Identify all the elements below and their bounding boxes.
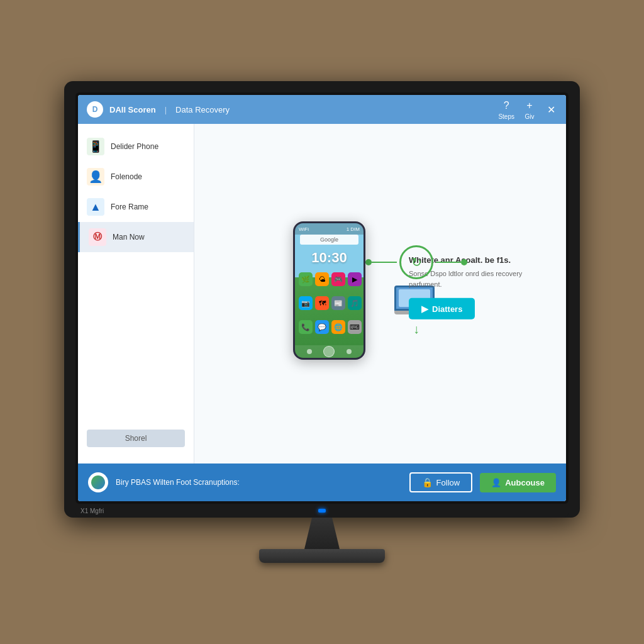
follow-button[interactable]: 🔒 Follow bbox=[409, 472, 473, 492]
phone-device: WiFi1 DIM Google 10:30 🌿 🌤 🎮 ▶ bbox=[293, 221, 365, 360]
phone-time-display: 10:30 bbox=[295, 245, 364, 269]
title-bar-actions: ? Steps + Giv ✕ bbox=[498, 99, 557, 120]
conn-arrow-circle: ↻ bbox=[399, 245, 433, 279]
monitor-label-text: X1 Mgfri bbox=[80, 508, 104, 514]
content-area: WiFi1 DIM Google 10:30 🌿 🌤 🎮 ▶ bbox=[194, 124, 566, 464]
conn-bottom-dot: ↓ bbox=[413, 322, 419, 336]
sidebar-icon-1: 👤 bbox=[87, 168, 104, 186]
main-content: 📱 Delider Phone 👤 Folenode bbox=[78, 124, 566, 464]
footer-bar: Biry PBAS Wilten Foot Scranuptions: 🔒 Fo… bbox=[78, 464, 566, 501]
conn-line-horiz-2 bbox=[436, 262, 461, 263]
conn-dot-right bbox=[461, 259, 467, 265]
footer-text: Biry PBAS Wilten Foot Scranuptions: bbox=[116, 478, 402, 487]
show-related-button[interactable]: Shorel bbox=[87, 430, 185, 447]
title-bar: D DAIl Scoren | Data Recovery ? Steps + … bbox=[78, 95, 566, 124]
help-button[interactable]: ? Steps bbox=[498, 99, 514, 120]
sidebar-item-man-now[interactable]: Ⓜ Man Now bbox=[78, 222, 194, 252]
sidebar-item-folenode[interactable]: 👤 Folenode bbox=[78, 162, 194, 192]
lock-icon: 🔒 bbox=[422, 477, 433, 487]
add-label: Giv bbox=[525, 113, 535, 120]
start-icon: ▶ bbox=[421, 304, 428, 314]
monitor-stand-base bbox=[259, 549, 385, 563]
title-separator: | bbox=[165, 105, 167, 114]
sidebar-icon-0: 📱 bbox=[87, 138, 104, 155]
monitor-bottom-bar: X1 Mgfri bbox=[75, 504, 569, 518]
app-window: D DAIl Scoren | Data Recovery ? Steps + … bbox=[78, 95, 566, 501]
app-logo: D bbox=[87, 101, 103, 118]
phone-status-bar: WiFi1 DIM bbox=[295, 223, 364, 235]
app-name: DAIl Scoren bbox=[109, 105, 156, 114]
sidebar-label-3: Man Now bbox=[113, 233, 145, 242]
section-title: Data Recovery bbox=[175, 105, 230, 114]
phone-search-bar: Google bbox=[300, 235, 358, 245]
logo-letter: D bbox=[92, 105, 98, 114]
phone-nav-bar bbox=[295, 345, 364, 358]
sidebar-icon-2: ▲ bbox=[87, 198, 104, 216]
monitor-stand-neck bbox=[297, 518, 347, 549]
footer-logo bbox=[88, 472, 108, 492]
help-label: Steps bbox=[498, 113, 514, 120]
add-icon: + bbox=[523, 99, 536, 112]
sidebar-item-delider-phone[interactable]: 📱 Delider Phone bbox=[78, 131, 194, 162]
user-icon: 👤 bbox=[491, 478, 501, 487]
sidebar-item-fore-rame[interactable]: ▲ Fore Rame bbox=[78, 192, 194, 222]
sidebar-label-1: Folenode bbox=[111, 172, 142, 181]
action-label: Aubcouse bbox=[505, 478, 545, 487]
sidebar-label-2: Fore Rame bbox=[111, 203, 148, 211]
start-label: Diatters bbox=[432, 304, 462, 313]
conn-dot-left bbox=[365, 259, 372, 265]
conn-line-horiz bbox=[372, 262, 397, 263]
sidebar-label-0: Delider Phone bbox=[111, 142, 158, 151]
monitor-outer: D DAIl Scoren | Data Recovery ? Steps + … bbox=[64, 81, 580, 518]
screen-bezel: D DAIl Scoren | Data Recovery ? Steps + … bbox=[75, 92, 569, 504]
sidebar: 📱 Delider Phone 👤 Folenode bbox=[78, 124, 194, 464]
close-button[interactable]: ✕ bbox=[545, 103, 557, 116]
help-icon: ? bbox=[500, 99, 513, 112]
close-icon: ✕ bbox=[545, 103, 557, 116]
conn-refresh-icon: ↻ bbox=[411, 255, 422, 270]
start-button[interactable]: ▶ Diatters bbox=[409, 298, 475, 319]
action-button[interactable]: 👤 Aubcouse bbox=[480, 473, 556, 492]
monitor-indicator bbox=[318, 509, 326, 513]
follow-label: Follow bbox=[436, 478, 460, 487]
sidebar-icon-3: Ⓜ bbox=[89, 228, 106, 246]
monitor-assembly: D DAIl Scoren | Data Recovery ? Steps + … bbox=[64, 81, 580, 563]
add-button[interactable]: + Giv bbox=[523, 99, 536, 120]
phone-apps-grid: 🌿 🌤 🎮 ▶ 📷 🗺 📰 🎵 📞 bbox=[295, 269, 364, 345]
